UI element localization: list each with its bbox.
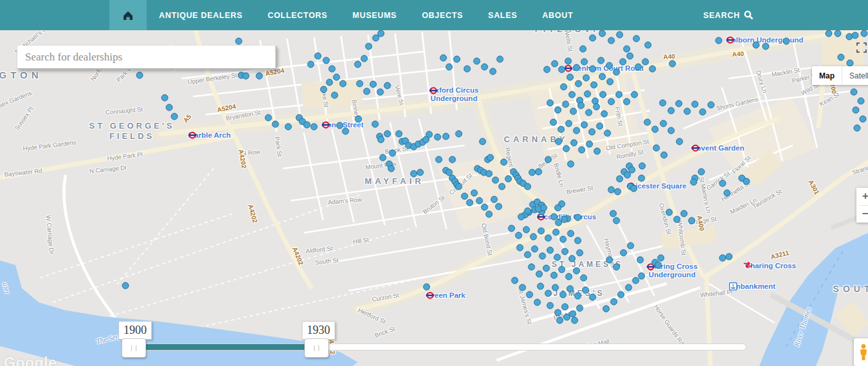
dealer-marker[interactable] xyxy=(136,72,143,79)
dealer-marker[interactable] xyxy=(378,30,385,37)
nav-item-museums[interactable]: MUSEUMS xyxy=(353,11,397,20)
dealer-marker[interactable] xyxy=(372,121,379,128)
dealer-marker[interactable] xyxy=(623,98,631,105)
dealer-marker[interactable] xyxy=(486,170,493,178)
dealer-marker[interactable] xyxy=(443,133,450,140)
dealer-marker[interactable] xyxy=(122,282,129,289)
dealer-marker[interactable] xyxy=(495,203,503,210)
dealer-marker[interactable] xyxy=(508,225,515,232)
dealer-marker[interactable] xyxy=(645,42,652,49)
dealer-marker[interactable] xyxy=(596,123,604,130)
dealer-marker[interactable] xyxy=(594,148,601,155)
dealer-marker[interactable] xyxy=(331,92,338,99)
dealer-marker[interactable] xyxy=(554,254,561,261)
dealer-marker[interactable] xyxy=(854,125,861,132)
dealer-marker[interactable] xyxy=(337,122,344,129)
dealer-marker[interactable] xyxy=(568,161,575,168)
dealer-marker[interactable] xyxy=(423,284,430,291)
dealer-marker[interactable] xyxy=(518,214,525,221)
dealer-marker[interactable] xyxy=(501,159,508,166)
dealer-marker[interactable] xyxy=(719,180,726,187)
dealer-marker[interactable] xyxy=(726,253,733,261)
dealer-marker[interactable] xyxy=(637,257,644,264)
dealer-marker[interactable] xyxy=(356,80,364,87)
dealer-marker[interactable] xyxy=(378,136,385,143)
dealer-marker[interactable] xyxy=(666,209,673,216)
dealer-marker[interactable] xyxy=(566,273,573,280)
dealer-marker[interactable] xyxy=(575,237,582,244)
dealer-marker[interactable] xyxy=(466,199,474,206)
dealer-marker[interactable] xyxy=(604,130,611,137)
dealer-marker[interactable] xyxy=(639,163,646,170)
dealer-marker[interactable] xyxy=(567,74,574,81)
dealer-marker[interactable] xyxy=(591,82,598,89)
dealer-marker[interactable] xyxy=(171,113,178,120)
dealer-marker[interactable] xyxy=(456,183,463,190)
dealer-marker[interactable] xyxy=(573,268,580,275)
dealer-marker[interactable] xyxy=(578,102,585,109)
dealer-marker[interactable] xyxy=(543,265,550,272)
dealer-marker[interactable] xyxy=(538,228,545,235)
nav-item-objects[interactable]: OBJECTS xyxy=(422,11,463,20)
dealer-marker[interactable] xyxy=(512,277,519,284)
dealer-marker[interactable] xyxy=(577,250,584,257)
dealer-marker[interactable] xyxy=(571,317,578,324)
dealer-marker[interactable] xyxy=(417,169,424,176)
dealer-marker[interactable] xyxy=(162,95,169,102)
dealer-marker[interactable] xyxy=(557,317,564,324)
dealer-marker[interactable] xyxy=(326,79,333,86)
dealer-marker[interactable] xyxy=(652,126,659,133)
dealer-marker[interactable] xyxy=(674,216,681,223)
dealer-marker[interactable] xyxy=(633,35,640,42)
dealer-marker[interactable] xyxy=(534,299,541,306)
dealer-marker[interactable] xyxy=(642,59,649,66)
dealer-marker[interactable] xyxy=(456,131,463,138)
dealer-marker[interactable] xyxy=(265,114,272,122)
dealer-marker[interactable] xyxy=(384,82,391,89)
dealer-marker[interactable] xyxy=(589,129,596,136)
dealer-marker[interactable] xyxy=(474,58,481,65)
dealer-marker[interactable] xyxy=(550,119,557,126)
dealer-marker[interactable] xyxy=(537,283,544,290)
dealer-marker[interactable] xyxy=(551,272,558,279)
dealer-marker[interactable] xyxy=(560,291,567,298)
dealer-marker[interactable] xyxy=(566,120,573,127)
dealer-marker[interactable] xyxy=(708,102,715,109)
dealer-marker[interactable] xyxy=(499,183,506,190)
dealer-marker[interactable] xyxy=(581,59,588,66)
dealer-marker[interactable] xyxy=(526,291,533,298)
dealer-marker[interactable] xyxy=(631,91,638,98)
dealer-marker[interactable] xyxy=(535,169,542,176)
dealer-marker[interactable] xyxy=(256,73,263,80)
dealer-marker[interactable] xyxy=(329,66,336,73)
dealer-marker[interactable] xyxy=(523,226,530,233)
dealer-marker[interactable] xyxy=(272,121,279,128)
dealer-marker[interactable] xyxy=(655,262,662,269)
dealer-marker[interactable] xyxy=(311,124,318,131)
dealer-marker[interactable] xyxy=(826,30,833,37)
dealer-marker[interactable] xyxy=(586,109,593,116)
dealer-marker[interactable] xyxy=(852,32,859,39)
zoom-in-button[interactable]: + xyxy=(856,188,868,205)
dealer-marker[interactable] xyxy=(847,60,854,67)
dealer-marker[interactable] xyxy=(559,66,566,73)
dealer-marker[interactable] xyxy=(364,88,371,95)
dealer-marker[interactable] xyxy=(481,64,488,71)
dealer-marker[interactable] xyxy=(524,183,531,190)
dealer-marker[interactable] xyxy=(660,120,667,127)
dealer-marker[interactable] xyxy=(601,111,608,118)
nav-item-antique-dealers[interactable]: ANTIQUE DEALERS xyxy=(159,11,243,20)
dealer-marker[interactable] xyxy=(573,127,580,134)
dealer-marker[interactable] xyxy=(569,255,576,262)
dealer-marker[interactable] xyxy=(562,101,569,108)
dealer-marker[interactable] xyxy=(545,156,552,163)
dealer-marker[interactable] xyxy=(629,167,636,174)
dealer-marker[interactable] xyxy=(578,147,586,154)
dealer-marker[interactable] xyxy=(491,196,498,203)
dealer-marker[interactable] xyxy=(593,104,600,111)
dealer-marker[interactable] xyxy=(583,75,590,82)
dealer-marker[interactable] xyxy=(323,57,330,64)
dealership-search-input[interactable] xyxy=(17,46,277,69)
dealer-marker[interactable] xyxy=(599,73,606,80)
dealer-marker[interactable] xyxy=(620,250,627,257)
